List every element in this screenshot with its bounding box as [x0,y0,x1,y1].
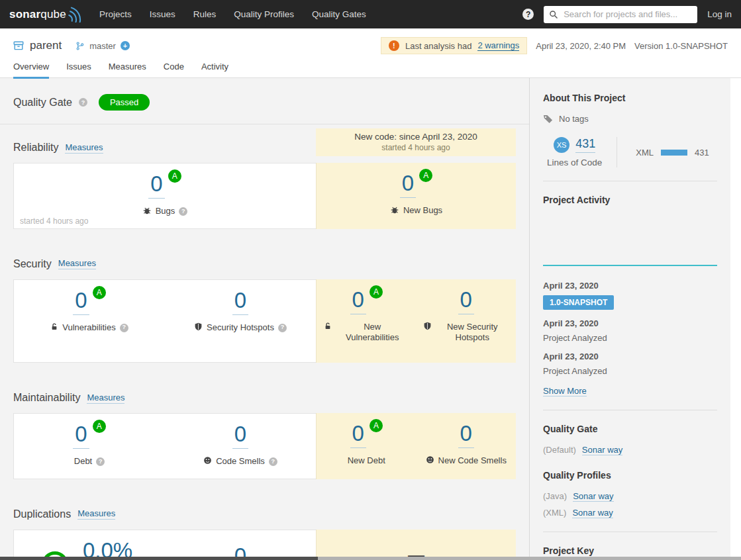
bugs-metric: 0A Bugs ? started 4 hours ago [14,163,316,228]
new-bugs-rating-badge[interactable]: A [419,169,432,182]
search-icon [549,10,558,19]
bugs-help-icon[interactable]: ? [179,207,187,216]
new-code-banner-subtitle: started 4 hours ago [316,143,516,152]
warnings-link[interactable]: 2 warnings [477,40,519,51]
vulnerabilities-metric: 0A Vulnerabilities ? [14,280,165,362]
new-bugs-value-link[interactable]: 0 [400,172,416,198]
tab-issues[interactable]: Issues [66,62,91,79]
analysis-date: April 23, 2020, 2:40 PM [536,41,626,51]
help-icon[interactable]: ? [522,9,534,20]
tags-row[interactable]: No tags [543,114,717,124]
project-sidebar: About This Project No tags XS 431 Lines … [530,78,730,560]
new-debt-value-link[interactable]: 0 [350,422,366,448]
debt-rating-badge[interactable]: A [93,420,106,433]
quality-profile-row: (XML) Sonar way [543,508,717,518]
about-project-title: About This Project [543,93,717,103]
shield-icon [423,322,432,330]
maintainability-section: Maintainability Measures 0A Debt ? [13,380,516,479]
tag-icon [543,114,553,124]
language-row: XML 431 [636,148,709,158]
nav-item-rules[interactable]: Rules [193,9,217,19]
duplications-title: Duplications [13,508,71,520]
show-more-link[interactable]: Show More [543,386,587,397]
new-bugs-label: New Bugs [403,205,442,216]
lines-of-code-block: XS 431 Lines of Code XML 431 [543,137,717,167]
activity-event: April 23, 2020 Project Analyzed [543,318,717,343]
security-section: Security Measures 0A Vulnerabilities [13,246,516,363]
loc-label: Lines of Code [547,158,602,167]
nav-item-projects[interactable]: Projects [99,9,132,19]
activity-event: April 23, 2020 1.0-SNAPSHOT [543,281,717,310]
security-title: Security [13,258,52,270]
bug-icon [142,206,152,215]
vulnerabilities-help-icon[interactable]: ? [120,324,128,332]
new-vulnerabilities-label: New Vulnerabilities [336,322,409,344]
event-date: April 23, 2020 [543,351,717,361]
branch-name: master [89,41,116,51]
security-hotspots-help-icon[interactable]: ? [278,324,287,332]
right-gutter [730,78,741,560]
duplications-measures-link[interactable]: Measures [77,508,115,520]
tab-measures[interactable]: Measures [109,62,146,79]
quality-gate-link[interactable]: Sonar way [582,445,622,455]
branch-selector[interactable]: master + [75,41,130,51]
debt-label: Debt [74,456,92,467]
maintainability-title: Maintainability [13,392,80,404]
debt-help-icon[interactable]: ? [96,457,105,466]
branch-icon [75,41,85,51]
horizontal-scrollbar [0,557,741,560]
event-label: Project Analyzed [543,333,607,343]
new-code-banner-title: New code: since April 23, 2020 [316,132,516,142]
quality-profiles-title: Quality Profiles [543,470,717,481]
reliability-card: 0A Bugs ? started 4 hours ago [13,163,516,229]
quality-gate-row: Quality Gate ? Passed [13,94,516,111]
quality-profile-link[interactable]: Sonar way [572,508,613,518]
new-vulnerabilities-value-link[interactable]: 0 [350,289,366,314]
new-debt-metric: 0A New Debt [317,413,417,479]
loc-value-link[interactable]: 431 [575,137,595,153]
new-code-banner: New code: since April 23, 2020 started 4… [316,128,516,156]
bugs-value-link[interactable]: 0 [148,173,164,199]
search-input[interactable] [562,9,692,20]
tab-code[interactable]: Code [164,62,184,79]
nav-item-quality-gates[interactable]: Quality Gates [312,9,366,19]
project-version: Version 1.0-SNAPSHOT [634,41,728,51]
new-code-smells-value-link[interactable]: 0 [458,422,474,448]
quality-profile-link[interactable]: Sonar way [573,491,613,502]
warning-icon: ! [389,40,399,51]
new-bugs-metric: 0A New Bugs [317,163,516,229]
new-security-hotspots-metric: 0 New Security Hotspots [417,279,517,363]
new-vulnerabilities-rating-badge[interactable]: A [370,285,383,299]
nav-item-quality-profiles[interactable]: Quality Profiles [234,9,294,19]
code-smells-value-link[interactable]: 0 [232,423,248,449]
project-header: parent master + ! Last analysis had 2 wa… [0,28,741,78]
code-smells-help-icon[interactable]: ? [269,457,277,466]
quality-profile-row: (Java) Sonar way [543,491,717,502]
security-hotspots-value-link[interactable]: 0 [232,289,248,315]
reliability-measures-link[interactable]: Measures [65,142,103,154]
tab-overview[interactable]: Overview [13,62,49,79]
login-link[interactable]: Log in [707,9,732,19]
quality-gate-title: Quality Gate [13,97,72,109]
sonarqube-logo[interactable]: sonarqube [9,6,83,23]
divider [543,410,717,410]
sonarqube-page: sonarqube Projects Issues Rules Quality … [0,0,741,560]
maintainability-measures-link[interactable]: Measures [87,393,124,404]
bugs-rating-badge[interactable]: A [168,169,181,183]
quality-gate-help-icon[interactable]: ? [79,98,87,107]
debt-value-link[interactable]: 0 [73,423,89,449]
quality-gate-scope: (Default) [543,445,576,455]
sidebar-quality-gate-title: Quality Gate [543,424,717,434]
new-security-hotspots-label: New Security Hotspots [436,322,509,344]
tab-activity[interactable]: Activity [201,62,228,79]
quality-profile-scope: (Java) [543,491,567,501]
security-hotspots-label: Security Hotspots [207,322,274,333]
vulnerabilities-value-link[interactable]: 0 [73,289,89,315]
new-debt-rating-badge[interactable]: A [370,419,383,432]
new-security-hotspots-value-link[interactable]: 0 [458,289,474,314]
vulnerabilities-rating-badge[interactable]: A [93,286,106,299]
horizontal-scrollbar-thumb[interactable] [0,557,318,560]
nav-item-issues[interactable]: Issues [150,9,175,19]
branch-plus-icon[interactable]: + [121,41,130,50]
security-measures-link[interactable]: Measures [58,258,96,269]
